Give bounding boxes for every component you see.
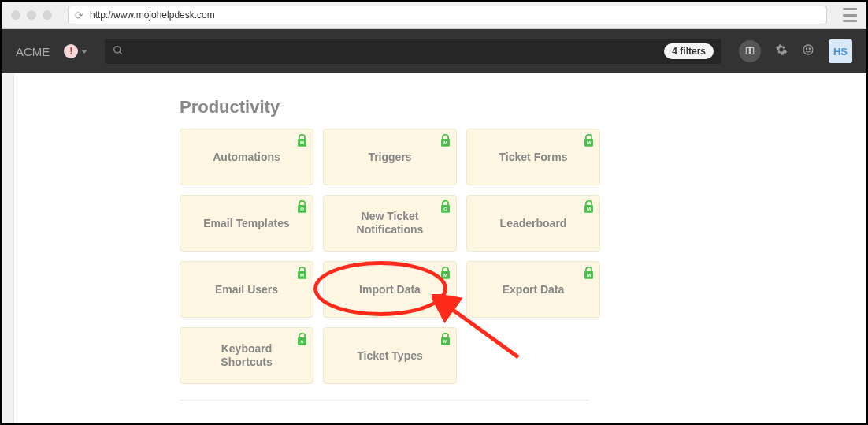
brand-label[interactable]: ACME [16, 45, 50, 58]
card-keyboard-shortcuts[interactable]: KeyboardShortcuts A [180, 327, 313, 384]
svg-text:M: M [443, 339, 447, 344]
card-label: Import Data [359, 283, 421, 296]
window-close-dot[interactable] [11, 10, 20, 20]
card-new-ticket-notifications[interactable]: New TicketNotifications O [323, 195, 457, 252]
app-bar: ACME ! 4 filters HS [2, 29, 866, 73]
lock-icon: M [583, 200, 595, 214]
svg-point-3 [806, 48, 807, 49]
card-label: KeyboardShortcuts [221, 342, 272, 369]
svg-point-2 [803, 45, 813, 54]
lock-icon: O [296, 200, 308, 214]
svg-point-4 [809, 48, 810, 49]
url-text: http://www.mojohelpdesk.com [90, 9, 215, 21]
card-import-data[interactable]: Import Data M [323, 261, 457, 318]
cards-grid: Automations M Triggers M Ticket Forms M … [156, 129, 866, 384]
svg-text:M: M [300, 273, 304, 278]
user-avatar[interactable]: HS [829, 39, 852, 63]
card-email-users[interactable]: Email Users M [180, 261, 313, 318]
card-leaderboard[interactable]: Leaderboard M [466, 195, 600, 252]
lock-icon: M [296, 267, 308, 280]
traffic-lights [11, 10, 52, 20]
card-triggers[interactable]: Triggers M [323, 129, 457, 185]
gear-icon[interactable] [775, 43, 788, 59]
card-ticket-forms[interactable]: Ticket Forms M [466, 129, 600, 185]
window-max-dot[interactable] [43, 10, 52, 20]
svg-text:M: M [443, 140, 447, 145]
card-label: Email Users [215, 283, 278, 296]
card-export-data[interactable]: Export Data M [466, 261, 600, 318]
window-min-dot[interactable] [27, 10, 36, 20]
lock-icon: M [583, 267, 595, 280]
divider [180, 400, 589, 401]
card-label: Triggers [368, 151, 411, 164]
section-title: Productivity [156, 73, 866, 129]
card-label: Automations [213, 151, 280, 164]
svg-text:O: O [443, 207, 447, 211]
content: Productivity Automations M Triggers M Ti… [14, 73, 866, 423]
lock-icon: A [296, 333, 308, 346]
hamburger-menu-icon[interactable] [843, 8, 857, 22]
card-label: New TicketNotifications [357, 210, 424, 237]
browser-chrome: ⟳ http://www.mojohelpdesk.com [2, 2, 866, 29]
lock-icon: M [440, 134, 451, 147]
svg-text:M: M [587, 273, 591, 278]
svg-text:M: M [587, 140, 591, 145]
reload-icon[interactable]: ⟳ [75, 9, 83, 21]
card-label: Leaderboard [500, 217, 567, 230]
card-email-templates[interactable]: Email Templates O [180, 195, 313, 252]
svg-text:M: M [300, 140, 304, 145]
filters-pill[interactable]: 4 filters [664, 43, 714, 59]
appbar-icons: HS [739, 39, 852, 63]
svg-text:A: A [300, 339, 304, 344]
svg-point-0 [114, 46, 121, 52]
lock-icon: M [440, 267, 451, 280]
search-bar[interactable]: 4 filters [105, 39, 721, 64]
card-label: Ticket Forms [499, 151, 568, 164]
svg-text:O: O [300, 207, 304, 211]
svg-text:M: M [443, 273, 447, 278]
url-bar[interactable]: ⟳ http://www.mojohelpdesk.com [68, 6, 827, 24]
book-icon[interactable] [739, 40, 761, 62]
card-ticket-types[interactable]: Ticket Types M [323, 327, 457, 384]
lock-icon: M [440, 333, 451, 346]
svg-line-1 [120, 51, 122, 54]
lock-icon: M [296, 134, 308, 147]
left-gutter [2, 73, 14, 423]
lock-icon: O [440, 200, 451, 214]
search-icon [113, 45, 124, 58]
card-label: Ticket Types [357, 349, 423, 363]
alert-dropdown[interactable]: ! [64, 44, 87, 58]
card-label: Export Data [503, 283, 565, 296]
svg-text:M: M [587, 207, 591, 211]
card-automations[interactable]: Automations M [180, 129, 313, 185]
alert-icon: ! [64, 44, 78, 58]
smile-icon[interactable] [802, 43, 814, 59]
caret-down-icon [81, 50, 87, 54]
card-label: Email Templates [203, 217, 289, 230]
lock-icon: M [583, 134, 595, 147]
content-wrap: Productivity Automations M Triggers M Ti… [2, 73, 866, 423]
